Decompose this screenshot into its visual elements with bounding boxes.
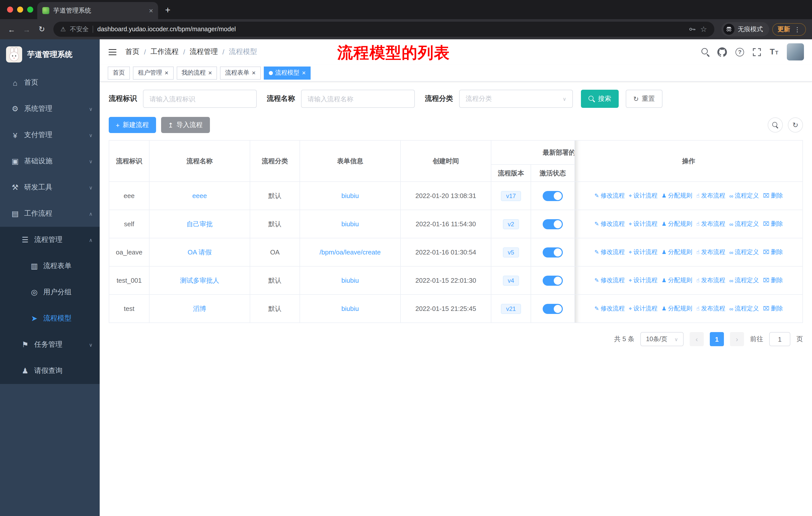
sidebar-item-task-management[interactable]: ⚑任务管理∨ (0, 332, 100, 358)
delete-link[interactable]: ⌧删除 (763, 220, 783, 228)
category-select[interactable]: 流程分类 ∨ (459, 90, 573, 108)
delete-link[interactable]: ⌧删除 (763, 191, 783, 200)
version-badge[interactable]: v21 (501, 304, 521, 314)
publish-process-link[interactable]: ☝发布流程 (696, 276, 725, 285)
fullscreen-icon[interactable] (753, 48, 761, 56)
active-toggle[interactable] (543, 275, 563, 286)
collapse-sidebar-icon[interactable] (108, 47, 117, 57)
sidebar-item-dev-tools[interactable]: ⚒研发工具∨ (0, 174, 100, 200)
version-badge[interactable]: v2 (503, 219, 519, 229)
active-toggle[interactable] (543, 191, 563, 201)
form-link[interactable]: biubiu (341, 220, 359, 228)
sidebar-item-process-form[interactable]: ▥流程表单 (0, 253, 100, 279)
back-icon[interactable]: ← (4, 22, 19, 37)
password-key-icon[interactable] (688, 25, 696, 33)
design-process-link[interactable]: ⌖设计流程 (629, 248, 658, 256)
tag-close-icon[interactable]: × (165, 70, 168, 76)
app-logo[interactable]: 芋道管理系统 (0, 39, 100, 70)
zoom-window-button[interactable] (27, 6, 33, 12)
tag-process-form[interactable]: 流程表单× (220, 66, 261, 79)
sidebar-item-process-management[interactable]: ☰流程管理∧ (0, 227, 100, 253)
process-definition-link[interactable]: ∞流程定义 (729, 276, 759, 285)
edit-process-link[interactable]: ✎修改流程 (594, 276, 625, 285)
sidebar-item-system-management[interactable]: ⚙系统管理∨ (0, 96, 100, 122)
version-badge[interactable]: v17 (501, 191, 521, 201)
sidebar-item-process-model[interactable]: ➤流程模型 (0, 305, 100, 332)
help-icon[interactable]: ? (735, 48, 744, 56)
next-page-button[interactable]: › (730, 332, 744, 346)
breadcrumb-item[interactable]: 流程管理 (190, 47, 218, 56)
search-icon[interactable] (702, 49, 709, 55)
tab-close-icon[interactable]: × (149, 6, 153, 15)
edit-process-link[interactable]: ✎修改流程 (594, 191, 625, 200)
sidebar-item-payment-management[interactable]: ¥支付管理∨ (0, 122, 100, 148)
process-name-link[interactable]: 自己审批 (186, 220, 213, 227)
version-badge[interactable]: v4 (503, 275, 519, 286)
sidebar-item-leave-query[interactable]: ♟请假查询 (0, 358, 100, 384)
form-link[interactable]: biubiu (341, 305, 359, 313)
edit-process-link[interactable]: ✎修改流程 (594, 248, 625, 256)
edit-process-link[interactable]: ✎修改流程 (594, 304, 625, 313)
user-avatar[interactable] (787, 43, 804, 60)
toggle-search-button[interactable] (768, 117, 783, 133)
process-name-link[interactable]: 滔博 (193, 305, 206, 312)
design-process-link[interactable]: ⌖设计流程 (629, 304, 658, 313)
bookmark-star-icon[interactable]: ☆ (700, 25, 707, 34)
process-definition-link[interactable]: ∞流程定义 (729, 220, 759, 228)
process-definition-link[interactable]: ∞流程定义 (729, 248, 759, 256)
tag-process-model[interactable]: 流程模型× (264, 66, 311, 79)
process-name-link[interactable]: 测试多审批人 (180, 276, 219, 284)
process-id-input[interactable] (143, 90, 257, 108)
delete-link[interactable]: ⌧删除 (763, 304, 783, 313)
form-link[interactable]: /bpm/oa/leave/create (320, 248, 381, 256)
github-icon[interactable] (717, 47, 727, 57)
sidebar-item-workflow[interactable]: ▤工作流程∧ (0, 200, 100, 227)
publish-process-link[interactable]: ☝发布流程 (696, 248, 725, 256)
create-process-button[interactable]: + 新建流程 (109, 117, 156, 133)
tag-home[interactable]: 首页 (108, 66, 130, 79)
active-toggle[interactable] (543, 219, 563, 229)
process-definition-link[interactable]: ∞流程定义 (729, 191, 759, 200)
tag-close-icon[interactable]: × (208, 70, 212, 76)
sidebar-item-infrastructure[interactable]: ▣基础设施∨ (0, 148, 100, 174)
process-name-input[interactable] (301, 90, 415, 108)
breadcrumb-item[interactable]: 工作流程 (150, 47, 179, 56)
address-bar[interactable]: ⚠ 不安全 dashboard.yudao.iocoder.cn/bpm/man… (53, 22, 714, 37)
browser-tab[interactable]: 芋道管理系统 × (37, 2, 158, 19)
assign-rule-link[interactable]: ♟分配规则 (662, 248, 692, 256)
process-name-link[interactable]: OA 请假 (187, 248, 211, 256)
breadcrumb-item[interactable]: 首页 (125, 47, 140, 56)
assign-rule-link[interactable]: ♟分配规则 (662, 276, 692, 285)
minimize-window-button[interactable] (17, 6, 23, 12)
active-toggle[interactable] (543, 247, 563, 257)
tag-tenant[interactable]: 租户管理× (133, 66, 173, 79)
form-link[interactable]: biubiu (341, 192, 359, 199)
sidebar-item-user-group[interactable]: ◎用户分组 (0, 279, 100, 305)
design-process-link[interactable]: ⌖设计流程 (629, 191, 658, 200)
assign-rule-link[interactable]: ♟分配规则 (662, 191, 692, 200)
process-name-link[interactable]: eeee (192, 192, 207, 199)
update-button[interactable]: 更新 ⋮ (772, 23, 806, 35)
page-size-select[interactable]: 10条/页 ∨ (641, 332, 684, 346)
version-badge[interactable]: v5 (503, 247, 519, 257)
refresh-table-button[interactable]: ↻ (788, 117, 803, 133)
prev-page-button[interactable]: ‹ (690, 332, 704, 346)
form-link[interactable]: biubiu (341, 277, 359, 284)
delete-link[interactable]: ⌧删除 (763, 248, 783, 256)
reload-icon[interactable]: ↻ (34, 22, 49, 37)
sidebar-item-home[interactable]: ⌂首页 (0, 70, 100, 96)
goto-page-input[interactable] (769, 332, 790, 346)
tag-close-icon[interactable]: × (302, 70, 306, 76)
reset-button[interactable]: ↻ 重置 (626, 90, 663, 108)
publish-process-link[interactable]: ☝发布流程 (696, 220, 725, 228)
edit-process-link[interactable]: ✎修改流程 (594, 220, 625, 228)
delete-link[interactable]: ⌧删除 (763, 276, 783, 285)
publish-process-link[interactable]: ☝发布流程 (696, 191, 725, 200)
process-definition-link[interactable]: ∞流程定义 (729, 304, 759, 313)
font-size-icon[interactable]: TT (770, 48, 778, 56)
current-page-button[interactable]: 1 (710, 332, 724, 346)
active-toggle[interactable] (543, 304, 563, 314)
new-tab-button[interactable]: + (165, 5, 170, 16)
import-process-button[interactable]: ↥ 导入流程 (161, 117, 210, 133)
close-window-button[interactable] (7, 6, 13, 12)
